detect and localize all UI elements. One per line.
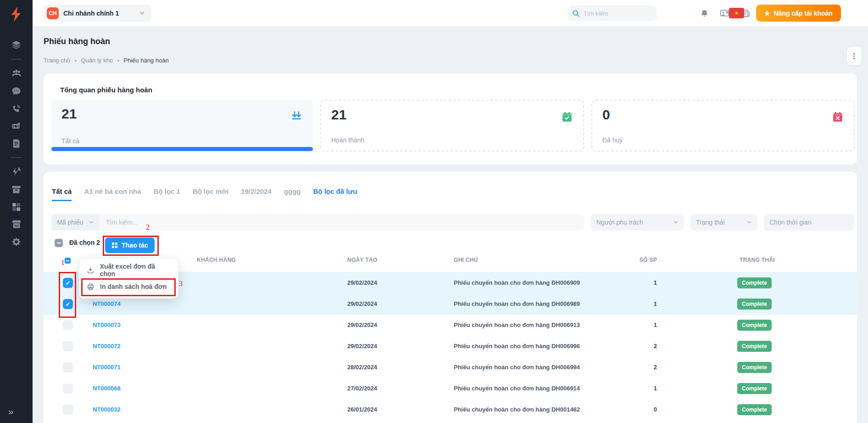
row-checkbox[interactable]: ✓ [63, 405, 73, 415]
tab-date[interactable]: 19/2/2024 [241, 187, 272, 201]
branch-selector[interactable]: CH Chi nhánh chính 1 [44, 5, 151, 22]
sidebar-item-cashflow-icon[interactable] [0, 117, 33, 135]
row-checkbox[interactable]: ✓ [63, 341, 73, 351]
page-title: Phiếu hàng hoàn [44, 37, 110, 46]
table-row[interactable]: ✓ NT000068 27/02/2024 Phiếu chuyển hoàn … [44, 378, 857, 399]
sidebar-item-layers-icon[interactable] [0, 36, 33, 54]
sidebar-item-apps-grid-icon[interactable] [0, 198, 33, 215]
branch-name: Chi nhánh chính 1 [63, 10, 119, 17]
star-icon: ★ [764, 10, 770, 17]
created-date-cell: 28/02/2024 [347, 364, 377, 371]
notifications-bell-icon[interactable] [698, 7, 710, 19]
sidebar-item-store-icon[interactable] [0, 215, 33, 233]
note-cell: Phiếu chuyển hoàn cho đơn hàng DH006913 [454, 321, 580, 328]
sidebar-item-customers-icon[interactable] [0, 65, 33, 82]
stat-card-cancelled[interactable]: 0 Đã huỷ [591, 100, 855, 152]
sidebar-nav [0, 36, 33, 250]
download-icon [87, 266, 95, 274]
menu-item-print-invoices[interactable]: In danh sách hoá đơn [79, 278, 178, 295]
tab-saved-filters[interactable]: Bộ lọc đã lưu [313, 187, 357, 201]
sidebar-item-automation-icon[interactable] [0, 163, 33, 180]
tab-gggg[interactable]: gggg [284, 187, 301, 201]
slip-code-link[interactable]: NT000072 [93, 343, 121, 350]
filters-row: Mã phiếu Người phụ trách Trạng thái Chọn… [44, 214, 857, 231]
table-row[interactable]: ✓ NT000072 29/02/2024 Phiếu chuyển hoàn … [44, 336, 857, 357]
time-range-filter[interactable]: Chọn thời gian [764, 214, 854, 231]
table-row[interactable]: ✓ NT000032 26/01/2024 Phiếu chuyển hoàn … [44, 399, 857, 420]
status-badge: Complete [737, 362, 772, 373]
menu-item-export-excel[interactable]: Xuất excel đơn đã chọn [79, 262, 178, 278]
stat-card-completed[interactable]: 21 Hoàn thành [320, 100, 584, 152]
note-cell: Phiếu chuyển hoàn cho đơn hàng DH006909 [454, 279, 580, 286]
indeterminate-checkbox[interactable] [55, 239, 63, 247]
global-search [568, 6, 657, 21]
sidebar-item-document-icon[interactable] [0, 135, 33, 152]
status-filter-label: Trạng thái [696, 219, 725, 226]
breadcrumb-warehouse[interactable]: Quản lý kho [81, 57, 113, 64]
note-cell: Phiếu chuyển hoàn cho đơn hàng DH006914 [454, 385, 580, 392]
chevron-down-icon [673, 220, 679, 225]
created-date-cell: 29/02/2024 [347, 321, 377, 328]
tab-filter-1[interactable]: Bộ lọc 1 [154, 187, 180, 201]
breadcrumb-home[interactable]: Trang chủ [44, 57, 70, 64]
sidebar-collapse-chevrons-icon[interactable]: » [0, 404, 33, 419]
slip-code-link[interactable]: NT000032 [93, 406, 121, 413]
sidebar-item-archive-icon[interactable] [0, 180, 33, 198]
tab-a1[interactable]: A1 nè bà con nha [84, 187, 141, 201]
row-checkbox[interactable]: ✓ [63, 299, 73, 309]
global-search-input[interactable] [584, 10, 643, 17]
sidebar-item-settings-gear-icon[interactable] [0, 233, 33, 250]
status-badge: Complete [737, 383, 772, 394]
note-cell: Phiếu chuyển hoàn cho đơn hàng DH001462 [454, 406, 580, 413]
select-all-checkbox[interactable] [65, 258, 71, 264]
stat-label: Tất cả [61, 137, 79, 145]
printer-icon [87, 283, 95, 291]
table-search-input[interactable] [106, 219, 289, 226]
upgrade-account-button[interactable]: ★ Nâng cấp tài khoản [756, 5, 841, 22]
status-filter[interactable]: Trạng thái [690, 214, 757, 231]
sidebar: » [0, 0, 33, 423]
table-row[interactable]: ✓ NT000071 28/02/2024 Phiếu chuyển hoàn … [44, 357, 857, 378]
row-checkbox[interactable]: ✓ [63, 320, 73, 330]
chevron-down-icon [746, 220, 752, 225]
quantity-cell: 2 [654, 364, 657, 371]
search-field-label: Mã phiếu [57, 219, 83, 226]
assignee-filter[interactable]: Người phụ trách [591, 214, 684, 231]
column-header-status: TRẠNG THÁI [740, 257, 775, 263]
row-checkbox[interactable]: ✓ [63, 278, 73, 288]
slip-code-link[interactable]: NT000074 [93, 300, 121, 307]
check-icon: ✓ [66, 280, 71, 287]
selected-count-label: Đã chọn 2 [69, 239, 100, 246]
double-down-arrows-icon [290, 110, 303, 124]
menu-item-label: Xuất excel đơn đã chọn [100, 263, 171, 277]
upgrade-label: Nâng cấp tài khoản [774, 10, 833, 17]
slip-code-link[interactable]: NT000068 [93, 385, 121, 392]
slip-code-link[interactable]: NT000073 [93, 321, 121, 328]
menu-item-label: In danh sách hoá đơn [100, 283, 167, 290]
search-field-selector[interactable]: Mã phiếu [51, 214, 100, 231]
tab-filter-new[interactable]: Bộ lọc mới [193, 187, 228, 201]
created-date-cell: 26/01/2024 [347, 406, 377, 413]
slip-code-link[interactable]: NT000071 [93, 364, 121, 371]
stat-card-all[interactable]: 21 Tất cả [51, 100, 313, 152]
column-header-date: NGÀY TẠO [347, 257, 378, 263]
created-date-cell: 27/02/2024 [347, 385, 377, 392]
calendar-check-icon [561, 111, 573, 124]
language-flag-vietnam-icon[interactable]: ★ [729, 8, 744, 18]
topbar: CH Chi nhánh chính 1 ★ ★ Nâng cấp tài kh… [33, 0, 868, 26]
sidebar-item-call-icon[interactable] [0, 100, 33, 117]
column-header-note: GHI CHÚ [454, 257, 478, 263]
row-checkbox[interactable]: ✓ [63, 384, 73, 394]
row-checkbox[interactable]: ✓ [63, 362, 73, 372]
time-range-label: Chọn thời gian [769, 219, 812, 226]
app-logo-lightning-icon[interactable] [6, 4, 27, 24]
bulk-action-button[interactable]: Thao tác [105, 237, 155, 253]
status-badge: Complete [737, 341, 772, 352]
returns-table-card: Tất cả A1 nè bà con nha Bộ lọc 1 Bộ lọc … [44, 172, 857, 423]
page-more-menu-button[interactable]: ⋮ [847, 47, 862, 65]
sidebar-item-chat-icon[interactable] [0, 82, 33, 100]
tab-all[interactable]: Tất cả [52, 187, 72, 201]
search-icon [572, 10, 580, 17]
breadcrumb-separator: ● [74, 58, 77, 63]
table-row[interactable]: ✓ NT000073 29/02/2024 Phiếu chuyển hoàn … [44, 315, 857, 336]
